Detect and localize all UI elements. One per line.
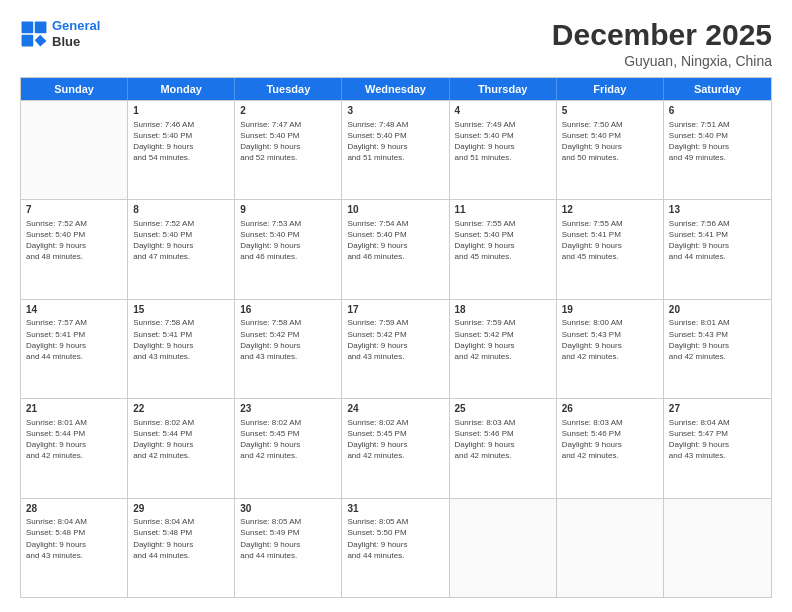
day-header-tuesday: Tuesday bbox=[235, 78, 342, 100]
day-info: Sunrise: 7:59 AM Sunset: 5:42 PM Dayligh… bbox=[347, 317, 443, 362]
day-number: 24 bbox=[347, 402, 443, 416]
day-cell-20: 20Sunrise: 8:01 AM Sunset: 5:43 PM Dayli… bbox=[664, 300, 771, 398]
week-1: 1Sunrise: 7:46 AM Sunset: 5:40 PM Daylig… bbox=[21, 100, 771, 199]
day-cell-25: 25Sunrise: 8:03 AM Sunset: 5:46 PM Dayli… bbox=[450, 399, 557, 497]
empty-cell bbox=[664, 499, 771, 597]
day-cell-13: 13Sunrise: 7:56 AM Sunset: 5:41 PM Dayli… bbox=[664, 200, 771, 298]
svg-rect-1 bbox=[35, 21, 47, 33]
day-number: 30 bbox=[240, 502, 336, 516]
logo-line2: Blue bbox=[52, 34, 100, 50]
day-cell-9: 9Sunrise: 7:53 AM Sunset: 5:40 PM Daylig… bbox=[235, 200, 342, 298]
day-number: 11 bbox=[455, 203, 551, 217]
day-number: 27 bbox=[669, 402, 766, 416]
day-number: 6 bbox=[669, 104, 766, 118]
day-number: 2 bbox=[240, 104, 336, 118]
title-block: December 2025 Guyuan, Ningxia, China bbox=[552, 18, 772, 69]
day-number: 18 bbox=[455, 303, 551, 317]
day-cell-26: 26Sunrise: 8:03 AM Sunset: 5:46 PM Dayli… bbox=[557, 399, 664, 497]
day-cell-14: 14Sunrise: 7:57 AM Sunset: 5:41 PM Dayli… bbox=[21, 300, 128, 398]
day-number: 5 bbox=[562, 104, 658, 118]
day-cell-4: 4Sunrise: 7:49 AM Sunset: 5:40 PM Daylig… bbox=[450, 101, 557, 199]
day-info: Sunrise: 8:04 AM Sunset: 5:48 PM Dayligh… bbox=[133, 516, 229, 561]
day-number: 29 bbox=[133, 502, 229, 516]
day-number: 7 bbox=[26, 203, 122, 217]
day-info: Sunrise: 7:47 AM Sunset: 5:40 PM Dayligh… bbox=[240, 119, 336, 164]
week-4: 21Sunrise: 8:01 AM Sunset: 5:44 PM Dayli… bbox=[21, 398, 771, 497]
day-info: Sunrise: 7:53 AM Sunset: 5:40 PM Dayligh… bbox=[240, 218, 336, 263]
logo-text: General Blue bbox=[52, 18, 100, 49]
day-number: 8 bbox=[133, 203, 229, 217]
day-cell-8: 8Sunrise: 7:52 AM Sunset: 5:40 PM Daylig… bbox=[128, 200, 235, 298]
day-header-sunday: Sunday bbox=[21, 78, 128, 100]
day-info: Sunrise: 8:05 AM Sunset: 5:50 PM Dayligh… bbox=[347, 516, 443, 561]
calendar-body: 1Sunrise: 7:46 AM Sunset: 5:40 PM Daylig… bbox=[21, 100, 771, 597]
day-info: Sunrise: 8:03 AM Sunset: 5:46 PM Dayligh… bbox=[455, 417, 551, 462]
day-number: 10 bbox=[347, 203, 443, 217]
day-cell-12: 12Sunrise: 7:55 AM Sunset: 5:41 PM Dayli… bbox=[557, 200, 664, 298]
day-cell-18: 18Sunrise: 7:59 AM Sunset: 5:42 PM Dayli… bbox=[450, 300, 557, 398]
day-info: Sunrise: 8:00 AM Sunset: 5:43 PM Dayligh… bbox=[562, 317, 658, 362]
day-info: Sunrise: 7:48 AM Sunset: 5:40 PM Dayligh… bbox=[347, 119, 443, 164]
week-5: 28Sunrise: 8:04 AM Sunset: 5:48 PM Dayli… bbox=[21, 498, 771, 597]
day-info: Sunrise: 7:52 AM Sunset: 5:40 PM Dayligh… bbox=[26, 218, 122, 263]
day-number: 14 bbox=[26, 303, 122, 317]
day-cell-22: 22Sunrise: 8:02 AM Sunset: 5:44 PM Dayli… bbox=[128, 399, 235, 497]
day-number: 15 bbox=[133, 303, 229, 317]
day-cell-27: 27Sunrise: 8:04 AM Sunset: 5:47 PM Dayli… bbox=[664, 399, 771, 497]
day-info: Sunrise: 8:01 AM Sunset: 5:44 PM Dayligh… bbox=[26, 417, 122, 462]
day-cell-24: 24Sunrise: 8:02 AM Sunset: 5:45 PM Dayli… bbox=[342, 399, 449, 497]
day-info: Sunrise: 7:50 AM Sunset: 5:40 PM Dayligh… bbox=[562, 119, 658, 164]
day-info: Sunrise: 7:58 AM Sunset: 5:41 PM Dayligh… bbox=[133, 317, 229, 362]
page: General Blue December 2025 Guyuan, Ningx… bbox=[0, 0, 792, 612]
empty-cell bbox=[21, 101, 128, 199]
day-number: 4 bbox=[455, 104, 551, 118]
empty-cell bbox=[450, 499, 557, 597]
day-info: Sunrise: 7:54 AM Sunset: 5:40 PM Dayligh… bbox=[347, 218, 443, 263]
day-cell-3: 3Sunrise: 7:48 AM Sunset: 5:40 PM Daylig… bbox=[342, 101, 449, 199]
svg-rect-2 bbox=[22, 34, 34, 46]
day-cell-17: 17Sunrise: 7:59 AM Sunset: 5:42 PM Dayli… bbox=[342, 300, 449, 398]
day-number: 21 bbox=[26, 402, 122, 416]
day-cell-30: 30Sunrise: 8:05 AM Sunset: 5:49 PM Dayli… bbox=[235, 499, 342, 597]
day-number: 9 bbox=[240, 203, 336, 217]
day-cell-21: 21Sunrise: 8:01 AM Sunset: 5:44 PM Dayli… bbox=[21, 399, 128, 497]
day-info: Sunrise: 8:04 AM Sunset: 5:47 PM Dayligh… bbox=[669, 417, 766, 462]
day-header-friday: Friday bbox=[557, 78, 664, 100]
day-info: Sunrise: 7:51 AM Sunset: 5:40 PM Dayligh… bbox=[669, 119, 766, 164]
day-cell-16: 16Sunrise: 7:58 AM Sunset: 5:42 PM Dayli… bbox=[235, 300, 342, 398]
day-info: Sunrise: 8:02 AM Sunset: 5:45 PM Dayligh… bbox=[347, 417, 443, 462]
day-header-saturday: Saturday bbox=[664, 78, 771, 100]
day-cell-6: 6Sunrise: 7:51 AM Sunset: 5:40 PM Daylig… bbox=[664, 101, 771, 199]
logo: General Blue bbox=[20, 18, 100, 49]
day-info: Sunrise: 7:56 AM Sunset: 5:41 PM Dayligh… bbox=[669, 218, 766, 263]
day-info: Sunrise: 7:57 AM Sunset: 5:41 PM Dayligh… bbox=[26, 317, 122, 362]
day-header-wednesday: Wednesday bbox=[342, 78, 449, 100]
day-number: 16 bbox=[240, 303, 336, 317]
week-2: 7Sunrise: 7:52 AM Sunset: 5:40 PM Daylig… bbox=[21, 199, 771, 298]
day-cell-23: 23Sunrise: 8:02 AM Sunset: 5:45 PM Dayli… bbox=[235, 399, 342, 497]
day-cell-10: 10Sunrise: 7:54 AM Sunset: 5:40 PM Dayli… bbox=[342, 200, 449, 298]
svg-rect-0 bbox=[22, 21, 34, 33]
day-number: 19 bbox=[562, 303, 658, 317]
day-cell-11: 11Sunrise: 7:55 AM Sunset: 5:40 PM Dayli… bbox=[450, 200, 557, 298]
day-info: Sunrise: 7:49 AM Sunset: 5:40 PM Dayligh… bbox=[455, 119, 551, 164]
day-header-thursday: Thursday bbox=[450, 78, 557, 100]
day-info: Sunrise: 7:58 AM Sunset: 5:42 PM Dayligh… bbox=[240, 317, 336, 362]
day-info: Sunrise: 7:55 AM Sunset: 5:40 PM Dayligh… bbox=[455, 218, 551, 263]
day-number: 25 bbox=[455, 402, 551, 416]
day-info: Sunrise: 8:02 AM Sunset: 5:44 PM Dayligh… bbox=[133, 417, 229, 462]
empty-cell bbox=[557, 499, 664, 597]
svg-marker-3 bbox=[35, 34, 47, 46]
day-number: 1 bbox=[133, 104, 229, 118]
day-number: 13 bbox=[669, 203, 766, 217]
day-cell-7: 7Sunrise: 7:52 AM Sunset: 5:40 PM Daylig… bbox=[21, 200, 128, 298]
day-number: 22 bbox=[133, 402, 229, 416]
day-number: 12 bbox=[562, 203, 658, 217]
day-number: 17 bbox=[347, 303, 443, 317]
main-title: December 2025 bbox=[552, 18, 772, 51]
day-info: Sunrise: 8:04 AM Sunset: 5:48 PM Dayligh… bbox=[26, 516, 122, 561]
day-info: Sunrise: 8:05 AM Sunset: 5:49 PM Dayligh… bbox=[240, 516, 336, 561]
day-info: Sunrise: 7:46 AM Sunset: 5:40 PM Dayligh… bbox=[133, 119, 229, 164]
logo-line1: General bbox=[52, 18, 100, 33]
day-info: Sunrise: 7:52 AM Sunset: 5:40 PM Dayligh… bbox=[133, 218, 229, 263]
